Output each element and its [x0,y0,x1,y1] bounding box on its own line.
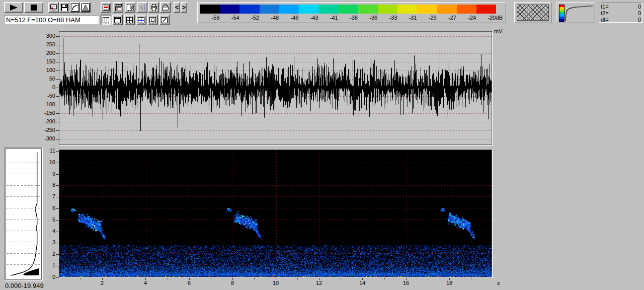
spectrum-gridline [7,231,40,231]
time-readout-value: 0 [638,4,641,10]
prev-button[interactable]: < [174,2,180,13]
spectrogram-x-tick [297,278,298,279]
spectrum-gridline [7,264,40,265]
spectrogram-x-tick [211,278,211,279]
scale-settings-icon [114,4,122,12]
time-readout-label: t1= [601,4,609,10]
spectrogram-x-tick [384,278,385,279]
crosshatch-pattern-box[interactable] [514,2,551,23]
save-icon [60,4,68,12]
spectrogram-y-tick-label: 2 [39,251,55,257]
average-spectrum-plot [5,149,42,279]
waveform-plot[interactable] [59,31,492,145]
color-scale-segment [378,5,397,14]
color-scale-segment [260,5,279,14]
layout-top-icon [114,16,122,24]
waveform-y-tick-label: 200 [39,50,55,56]
average-spectrum-panel[interactable] [4,148,43,280]
window-function-button[interactable] [80,2,91,13]
spectrogram-x-tick-label: 6 [183,280,195,286]
color-scale-tick-label: -48 [271,15,279,21]
waveform-y-tick-label: -150 [39,110,55,116]
palette-curve-box[interactable] [556,2,595,23]
open-button[interactable] [160,2,171,13]
color-scale-segment [358,5,378,14]
svg-text:s: s [140,4,143,11]
spectrogram-x-tick-label: 14 [356,280,368,286]
app-window: { "toolbar": { "status_text": "N=512 F=1… [0,0,644,290]
color-scale-tick-label: -36 [369,15,377,21]
spectrogram-x-tick-label: 8 [226,280,238,286]
display-settings-icon [102,4,110,12]
layout-split-icon [102,16,110,24]
spectrogram-x-tick-label: 18 [443,280,455,286]
spectrogram-y-tick-label: 0 [39,274,55,280]
spectrogram-x-tick [428,278,428,279]
color-scale-segment [417,5,437,14]
time-settings-button[interactable]: s [137,2,147,13]
display-settings-button[interactable] [101,2,111,13]
stop-button[interactable] [24,2,43,13]
palette-gradient-strip [559,5,565,22]
color-scale-tick-label: -27 [448,15,456,21]
spectrogram-y-tick-label: 4 [39,228,55,235]
waveform-trace [59,32,492,144]
spectrum-gridline [7,208,40,208]
layout-top-button[interactable] [112,15,123,25]
save-button[interactable] [59,2,69,13]
spectrogram-y-tick-label: 9 [39,171,55,177]
layout-grid-time-button[interactable] [136,15,146,25]
color-scale-tick-label: -20 [488,15,496,21]
layout-frame-icon [149,16,157,24]
color-scale-tick-label: -41 [330,15,338,21]
waveform-y-tick-label: 250 [39,41,55,48]
layout-frame-button[interactable] [147,15,158,25]
spectrogram-image [59,150,492,277]
print-button[interactable] [148,2,159,13]
time-readout-panel: t1=0t2=0dt=0 [599,3,643,23]
waveform-y-tick-label: -300 [39,135,55,142]
play-icon [8,4,19,11]
monitor-button[interactable] [48,2,59,13]
waveform-y-tick-label: 50 [39,76,55,82]
color-scale-tick-label: -24 [468,15,476,21]
time-readout-row: dt=0 [599,17,642,23]
spectrogram-x-tick [124,278,124,279]
average-spectrum-curve [6,149,41,279]
color-scale-segment [200,5,220,14]
spectrogram-plot[interactable] [59,150,492,277]
spectrogram-x-tick-label: 4 [139,280,151,286]
palette-settings-button[interactable] [125,2,135,13]
time-readout-label: dt= [601,17,609,23]
time-s-icon: s [138,4,146,12]
waveform-y-tick-label: 150 [39,58,55,65]
color-scale-segment [318,5,338,14]
edit-button[interactable] [159,15,170,25]
spectrogram-y-tick-label: 5 [39,216,55,223]
transfer-curve-button[interactable] [69,2,80,13]
spectrum-gridline [7,253,40,254]
color-scale-segment [220,5,239,14]
chevron-right-icon: > [182,4,186,11]
crosshatch-pattern-icon [517,5,549,21]
play-button[interactable] [4,2,23,13]
next-button[interactable]: > [181,2,187,13]
layout-split-button[interactable] [101,15,111,25]
color-scale-tick-label: -46 [290,15,298,21]
spectrogram-x-tick-label: 12 [313,280,325,286]
time-readout-value: 0 [638,17,641,23]
color-scale-tick-label: -54 [231,15,239,21]
spectrum-gridline [7,219,40,220]
scale-settings-button[interactable] [113,2,123,13]
time-readout-row: t1=0 [599,4,642,10]
window-function-icon [82,4,90,12]
spectrogram-x-tick-label: 2 [96,280,108,286]
color-scale-segment [299,5,318,14]
edit-icon [160,16,169,24]
waveform-y-tick-label: -200 [39,118,55,125]
layout-grid-button[interactable] [124,15,135,25]
palette-icon [126,4,134,12]
color-scale-segment [397,5,417,14]
print-icon [150,4,158,12]
color-scale-bar [200,5,496,14]
